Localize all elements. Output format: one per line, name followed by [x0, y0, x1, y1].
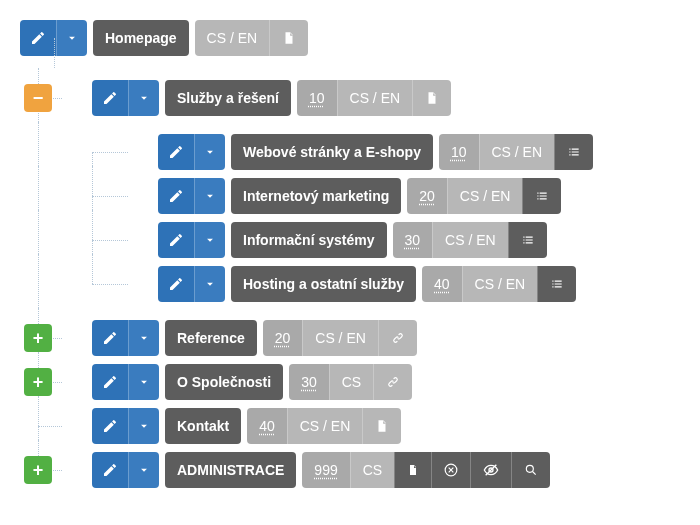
page-title[interactable]: Internetový marketing	[231, 178, 401, 214]
lang-badge[interactable]: CS	[329, 364, 373, 400]
expand-button[interactable]: +	[24, 456, 52, 484]
page-title[interactable]: Reference	[165, 320, 257, 356]
list-icon[interactable]	[522, 178, 561, 214]
order-badge[interactable]: 40	[247, 408, 287, 444]
link-icon	[373, 364, 412, 400]
dropdown-button[interactable]	[128, 320, 159, 356]
collapse-button[interactable]: −	[24, 84, 52, 112]
page-title[interactable]: Kontakt	[165, 408, 241, 444]
dropdown-button[interactable]	[128, 452, 159, 488]
list-icon[interactable]	[554, 134, 593, 170]
dropdown-button[interactable]	[128, 408, 159, 444]
page-title[interactable]: Služby a řešení	[165, 80, 291, 116]
lang-badge[interactable]: CS	[350, 452, 394, 488]
dropdown-button[interactable]	[194, 222, 225, 258]
lang-badge[interactable]: CS / EN	[462, 266, 538, 302]
visibility-icon[interactable]	[470, 452, 511, 488]
page-title[interactable]: Webové stránky a E-shopy	[231, 134, 433, 170]
file-icon	[412, 80, 451, 116]
dropdown-button[interactable]	[194, 178, 225, 214]
link-icon	[378, 320, 417, 356]
edit-group	[20, 20, 87, 56]
edit-button[interactable]	[158, 134, 194, 170]
dropdown-button[interactable]	[194, 134, 225, 170]
order-badge[interactable]: 20	[263, 320, 303, 356]
page-title[interactable]: Informační systémy	[231, 222, 387, 258]
edit-button[interactable]	[158, 266, 194, 302]
dropdown-button[interactable]	[194, 266, 225, 302]
lang-badge[interactable]: CS / EN	[195, 20, 270, 56]
dropdown-button[interactable]	[128, 80, 159, 116]
order-badge[interactable]: 10	[439, 134, 479, 170]
edit-button[interactable]	[92, 320, 128, 356]
lang-badge[interactable]: CS / EN	[302, 320, 378, 356]
dropdown-button[interactable]	[56, 20, 87, 56]
edit-button[interactable]	[158, 178, 194, 214]
edit-button[interactable]	[92, 408, 128, 444]
edit-button[interactable]	[92, 364, 128, 400]
file-icon	[362, 408, 401, 444]
expand-button[interactable]: +	[24, 368, 52, 396]
lang-badge[interactable]: CS / EN	[432, 222, 508, 258]
lang-badge[interactable]: CS / EN	[337, 80, 413, 116]
order-badge[interactable]: 20	[407, 178, 447, 214]
file-icon	[269, 20, 308, 56]
edit-button[interactable]	[92, 80, 128, 116]
file-icon	[394, 452, 431, 488]
page-title[interactable]: ADMINISTRACE	[165, 452, 296, 488]
order-badge[interactable]: 30	[289, 364, 329, 400]
list-icon[interactable]	[537, 266, 576, 302]
page-title[interactable]: O Společnosti	[165, 364, 283, 400]
edit-button[interactable]	[158, 222, 194, 258]
lang-badge[interactable]: CS / EN	[479, 134, 555, 170]
page-title[interactable]: Hosting a ostatní služby	[231, 266, 416, 302]
expand-button[interactable]: +	[24, 324, 52, 352]
page-title[interactable]: Homepage	[93, 20, 189, 56]
edit-button[interactable]	[20, 20, 56, 56]
dropdown-button[interactable]	[128, 364, 159, 400]
order-badge[interactable]: 40	[422, 266, 462, 302]
disable-icon[interactable]	[431, 452, 470, 488]
list-icon[interactable]	[508, 222, 547, 258]
search-icon[interactable]	[511, 452, 550, 488]
order-badge[interactable]: 10	[297, 80, 337, 116]
lang-badge[interactable]: CS / EN	[287, 408, 363, 444]
order-badge[interactable]: 999	[302, 452, 349, 488]
order-badge[interactable]: 30	[393, 222, 433, 258]
lang-badge[interactable]: CS / EN	[447, 178, 523, 214]
edit-button[interactable]	[92, 452, 128, 488]
